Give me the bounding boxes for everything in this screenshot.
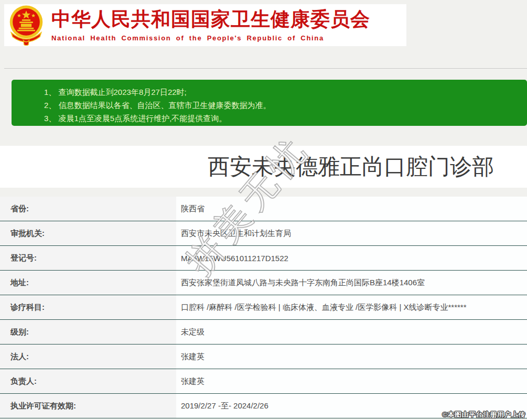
row-value: 张建英 <box>176 369 527 393</box>
row-value: 口腔科 /麻醉科 /医学检验科 | 临床体液、血液专业 /医学影像科 | X线诊… <box>176 295 527 319</box>
site-header: 中华人民共和国国家卫生健康委员会 National Health Commiss… <box>4 4 406 46</box>
notice-line: 1、 查询数据截止到2023年8月27日22时; <box>44 85 527 99</box>
organization-name: 西安未央德雅正尚口腔门诊部 <box>208 146 494 188</box>
row-value: 张建英 <box>176 344 527 369</box>
row-label: 地址: <box>0 271 176 295</box>
row-label: 级别: <box>0 320 176 344</box>
header-titles: 中华人民共和国国家卫生健康委员会 National Health Commiss… <box>51 8 370 42</box>
row-value: 西安市未央区卫生和计划生育局 <box>176 221 527 245</box>
site-title-cn: 中华人民共和国国家卫生健康委员会 <box>51 8 370 31</box>
row-label: 审批机关: <box>0 221 176 245</box>
table-row: 审批机关: 西安市未央区卫生和计划生育局 <box>0 221 527 246</box>
notice-box: 1、 查询数据截止到2023年8月27日22时;2、 信息数据结果以各省、自治区… <box>12 80 527 126</box>
table-row: 登记号: MA6W15WU561011217D1522 <box>0 246 527 271</box>
row-value: 西安张家堡街道凤城八路与未央路十字东南角正尚国际B座14楼1406室 <box>176 271 527 295</box>
title-band: 西安未央德雅正尚口腔门诊部 <box>0 146 527 188</box>
row-label: 诊疗科目: <box>0 295 176 319</box>
table-row: 级别: 未定级 <box>0 320 527 344</box>
row-label: 省份: <box>0 197 176 221</box>
table-row: 法人: 张建英 <box>0 344 527 369</box>
table-row: 负责人: 张建英 <box>0 369 527 394</box>
table-row: 地址: 西安张家堡街道凤城八路与未央路十字东南角正尚国际B座14楼1406室 <box>0 271 527 295</box>
detail-table: 省份: 陕西省 审批机关: 西安市未央区卫生和计划生育局 登记号: MA6W15… <box>0 197 527 418</box>
row-label: 登记号: <box>0 246 176 270</box>
prc-national-emblem-icon <box>8 5 44 46</box>
row-value: MA6W15WU561011217D1522 <box>176 246 527 270</box>
notice-line: 3、 凌晨1点至凌晨5点系统进行维护,不能提供查询。 <box>44 112 527 125</box>
notice-line: 2、 信息数据结果以各省、自治区、直辖市卫生健康委数据为准。 <box>44 99 527 112</box>
row-value: 陕西省 <box>176 197 527 221</box>
row-label: 负责人: <box>0 369 176 393</box>
row-value: 未定级 <box>176 320 527 344</box>
table-row: 诊疗科目: 口腔科 /麻醉科 /医学检验科 | 临床体液、血液专业 /医学影像科… <box>0 295 527 320</box>
table-row: 省份: 陕西省 <box>0 197 527 221</box>
page: 中华人民共和国国家卫生健康委员会 National Health Commiss… <box>0 0 527 420</box>
row-label: 法人: <box>0 344 176 369</box>
header-divider <box>4 68 527 69</box>
row-label: 执业许可证有效期: <box>0 394 176 418</box>
image-credit: ©本图由平台注册用户上传 <box>442 410 525 419</box>
site-title-en: National Health Commission of the People… <box>51 34 370 42</box>
